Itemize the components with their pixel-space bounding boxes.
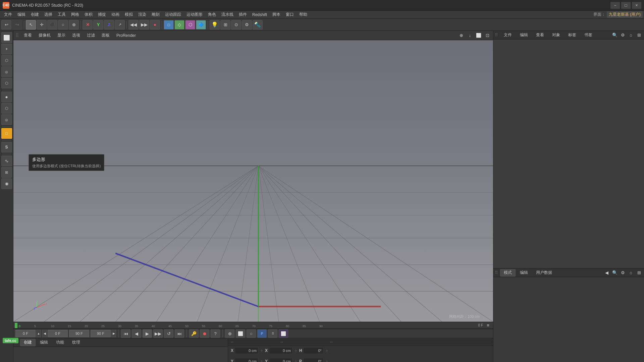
viewport-camera-btn[interactable]: 摄像机 [36, 32, 54, 39]
x-position-input[interactable] [235, 347, 258, 354]
menu-motion-track[interactable]: 运动跟踪 [162, 11, 184, 19]
right-search-btn[interactable]: 🔍 [611, 32, 619, 39]
menu-pipeline[interactable]: 流水线 [219, 11, 236, 19]
menu-window[interactable]: 窗口 [283, 11, 297, 19]
frame-max-input[interactable] [91, 330, 111, 337]
right-home-btn[interactable]: ⌂ [627, 32, 635, 39]
tl-goto-start[interactable]: ⏮ [121, 329, 130, 338]
bl-tab-function[interactable]: 功能 [52, 339, 68, 346]
tl-panel-btn[interactable]: ⬜ [279, 329, 288, 338]
rb-home-btn[interactable]: ⌂ [627, 269, 635, 277]
tl-play[interactable]: ▶ [143, 329, 152, 338]
settings-button[interactable]: ⚙ [242, 20, 252, 29]
timeline-settings-btn[interactable]: ≡ [484, 322, 492, 329]
viewport-filter-btn[interactable]: 过滤 [84, 32, 98, 39]
y-axis-button[interactable]: Y [93, 20, 103, 29]
right-expand-btn[interactable]: ⊞ [635, 32, 643, 39]
material-button[interactable]: ◇ [174, 20, 184, 29]
menu-create[interactable]: 创建 [28, 11, 42, 19]
tl-motion-p[interactable]: P [257, 329, 267, 338]
z-axis-button[interactable]: Z [104, 20, 114, 29]
menu-edit[interactable]: 编辑 [15, 11, 28, 19]
cube-button[interactable]: □ [164, 20, 174, 29]
sidebar-obj-btn[interactable]: ● [1, 92, 12, 102]
rt-tab-object[interactable]: 对象 [548, 32, 564, 39]
rb-tab-edit[interactable]: 编辑 [516, 269, 532, 277]
record-button[interactable]: ● [150, 20, 160, 29]
menu-character[interactable]: 角色 [205, 11, 219, 19]
sidebar-spline-btn[interactable]: ⬡ [1, 78, 12, 88]
viewport-display-btn[interactable]: 显示 [54, 32, 68, 39]
menu-mesh[interactable]: 网格 [68, 11, 82, 19]
y2-input[interactable] [269, 358, 292, 362]
select-tool-button[interactable]: ↖ [26, 20, 36, 29]
viewport-3d[interactable]: 透视视图 [13, 40, 493, 322]
axis-mode-button[interactable]: ↗ [115, 20, 125, 29]
rt-tab-view[interactable]: 查看 [532, 32, 548, 39]
h-input[interactable] [303, 347, 323, 354]
menu-mograph[interactable]: 运动图形 [184, 11, 205, 19]
lamp-button[interactable]: 🔦 [253, 20, 263, 29]
sidebar-spline2-btn[interactable]: ∿ [1, 156, 12, 166]
rt-tab-edit[interactable]: 编辑 [516, 32, 532, 39]
tl-add-key[interactable]: ⊕ [225, 329, 234, 338]
rb-tab-mode[interactable]: 模式 [500, 269, 516, 277]
rb-tab-userdata[interactable]: 用户数据 [532, 269, 556, 277]
menu-sculpt[interactable]: 雕刻 [149, 11, 162, 19]
rb-search-btn[interactable]: 🔍 [611, 269, 619, 277]
sidebar-null-btn[interactable]: ⬡ [1, 103, 12, 114]
menu-help[interactable]: 帮助 [297, 11, 310, 19]
p-input[interactable] [303, 358, 323, 362]
preview-back-btn[interactable]: ◀ [42, 330, 47, 337]
y-position-input[interactable] [235, 358, 258, 362]
tl-key-btn[interactable]: 🔑 [189, 329, 199, 338]
scale-tool-button[interactable]: ⬛ [47, 20, 57, 29]
menu-file[interactable]: 文件 [1, 11, 15, 19]
tl-loop[interactable]: ↺ [164, 329, 173, 338]
bl-tab-create[interactable]: 创建 [20, 339, 36, 346]
grid-button[interactable]: ⊞ [220, 20, 230, 29]
tl-key-remove[interactable]: ⬜ [236, 329, 245, 338]
move-tool-button[interactable]: ✛ [37, 20, 47, 29]
frame-end-input[interactable] [69, 330, 89, 337]
menu-redshift[interactable]: Redshift [250, 11, 270, 19]
rt-tab-tag[interactable]: 标签 [565, 32, 580, 39]
sidebar-polygon-btn[interactable]: ✦ [1, 44, 12, 54]
viewport-view-btn[interactable]: 查看 [21, 32, 35, 39]
menu-simulate[interactable]: 模拟 [122, 11, 136, 19]
frame-preview-input[interactable] [48, 330, 68, 337]
viewport-icon-1[interactable]: ⊕ [458, 32, 465, 39]
tl-goto-end[interactable]: ⏭ [175, 329, 184, 338]
render-btn[interactable]: 🔷 [196, 20, 206, 29]
viewport-icon-3[interactable]: ⬜ [475, 32, 482, 39]
maximize-button[interactable]: □ [621, 2, 631, 9]
bl-tab-texture[interactable]: 纹理 [68, 339, 84, 346]
menu-snap[interactable]: 捕捉 [95, 11, 109, 19]
tl-auto-key[interactable]: ? [211, 329, 220, 338]
viewport-options-btn[interactable]: 选项 [69, 32, 83, 39]
rt-tab-file[interactable]: 文件 [500, 32, 516, 39]
redo-button[interactable]: ↪ [12, 20, 22, 29]
menu-select[interactable]: 选择 [42, 11, 55, 19]
frame-max-step[interactable]: ▶ [111, 330, 116, 337]
sidebar-point-btn[interactable]: ◎ [1, 66, 12, 77]
menu-volume[interactable]: 体积 [82, 11, 95, 19]
close-button[interactable]: × [632, 2, 641, 9]
sidebar-edge-btn[interactable]: ⬡ [1, 55, 12, 66]
minimize-button[interactable]: − [610, 2, 620, 9]
rb-settings-btn[interactable]: ⚙ [619, 269, 627, 277]
light-button[interactable]: 💡 [210, 20, 220, 29]
x2-input[interactable] [269, 347, 292, 354]
sidebar-circle-btn[interactable]: ◉ [1, 178, 12, 189]
sidebar-s-btn[interactable]: S [1, 142, 12, 153]
sidebar-poly-mode-btn[interactable]: □ [1, 128, 12, 139]
frame-current-input[interactable] [15, 330, 36, 337]
tl-key-ring[interactable]: ○ [247, 329, 256, 338]
play-button[interactable]: ▶▶ [139, 20, 149, 29]
sidebar-model-btn[interactable]: ⬜ [1, 32, 12, 43]
rt-tab-bookmark[interactable]: 书签 [581, 32, 596, 39]
sidebar-camera-btn[interactable]: ◎ [1, 114, 12, 125]
menu-tools[interactable]: 工具 [55, 11, 68, 19]
undo-button[interactable]: ↩ [1, 20, 11, 29]
viewport-panel-btn[interactable]: 面板 [99, 32, 113, 39]
